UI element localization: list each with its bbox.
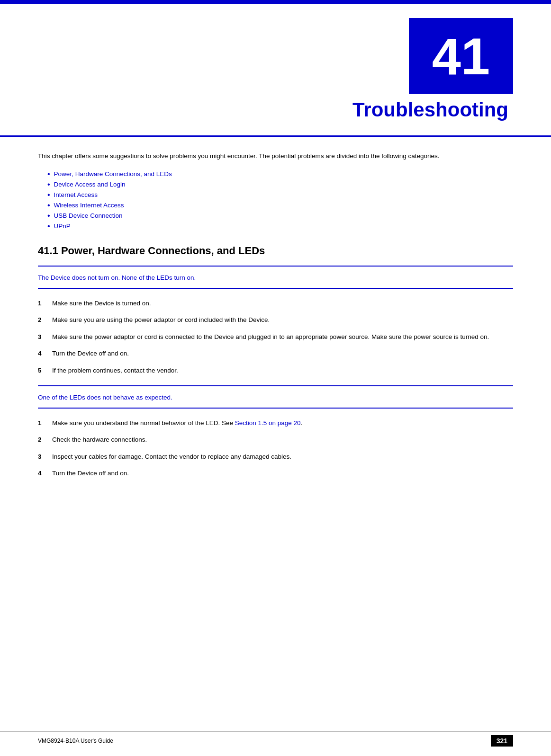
top-bar bbox=[0, 0, 551, 4]
callout-text-2: One of the LEDs does not behave as expec… bbox=[38, 391, 513, 403]
step-text: Check the hardware connections. bbox=[52, 435, 513, 445]
step-item: 5 If the problem continues, contact the … bbox=[38, 365, 513, 376]
step-number: 4 bbox=[38, 348, 52, 359]
step-item: 4 Turn the Device off and on. bbox=[38, 468, 513, 479]
step-number: 3 bbox=[38, 452, 52, 462]
step-text: Make sure the Device is turned on. bbox=[52, 298, 513, 309]
step-text: Make sure you understand the normal beha… bbox=[52, 418, 513, 428]
step-item: 1 Make sure the Device is turned on. bbox=[38, 298, 513, 309]
main-content: This chapter offers some suggestions to … bbox=[0, 137, 551, 514]
step-text: Make sure you are using the power adapto… bbox=[52, 315, 513, 325]
intro-paragraph: This chapter offers some suggestions to … bbox=[38, 151, 513, 161]
bullet-link-power[interactable]: Power, Hardware Connections, and LEDs bbox=[54, 170, 172, 178]
footer-page-number: 321 bbox=[491, 735, 513, 747]
steps-list-2: 1 Make sure you understand the normal be… bbox=[38, 418, 513, 479]
step-item: 4 Turn the Device off and on. bbox=[38, 348, 513, 359]
footer-left-text: VMG8924-B10A User's Guide bbox=[38, 738, 113, 744]
step-text: Make sure the power adaptor or cord is c… bbox=[52, 332, 513, 342]
step-number: 1 bbox=[38, 298, 52, 309]
chapter-title: Troubleshooting bbox=[352, 98, 513, 131]
step-number: 5 bbox=[38, 365, 52, 376]
bullet-link-upnp[interactable]: UPnP bbox=[54, 222, 71, 230]
steps-list-1: 1 Make sure the Device is turned on. 2 M… bbox=[38, 298, 513, 376]
bullet-link-device[interactable]: Device Access and Login bbox=[54, 181, 126, 188]
list-item: USB Device Connection bbox=[47, 212, 513, 220]
step-item: 2 Make sure you are using the power adap… bbox=[38, 315, 513, 325]
list-item: Device Access and Login bbox=[47, 180, 513, 189]
section-link[interactable]: Section 1.5 on page 20 bbox=[235, 419, 301, 427]
bullet-link-usb[interactable]: USB Device Connection bbox=[54, 212, 123, 219]
step-item: 2 Check the hardware connections. bbox=[38, 435, 513, 445]
callout-text-1: The Device does not turn on. None of the… bbox=[38, 271, 513, 283]
page: 41 Troubleshooting This chapter offers s… bbox=[0, 0, 551, 756]
step-number: 1 bbox=[38, 418, 52, 428]
list-item: Power, Hardware Connections, and LEDs bbox=[47, 170, 513, 178]
step-text: Inspect your cables for damage. Contact … bbox=[52, 452, 513, 462]
callout-box-1: The Device does not turn on. None of the… bbox=[38, 266, 513, 289]
callout-box-2: One of the LEDs does not behave as expec… bbox=[38, 385, 513, 409]
step-text: Turn the Device off and on. bbox=[52, 468, 513, 479]
list-item: UPnP bbox=[47, 222, 513, 231]
list-item: Wireless Internet Access bbox=[47, 201, 513, 210]
step-number: 2 bbox=[38, 315, 52, 325]
chapter-number: 41 bbox=[432, 26, 490, 86]
bullet-link-internet[interactable]: Internet Access bbox=[54, 191, 98, 198]
chapter-number-box: 41 bbox=[409, 18, 513, 94]
step-item: 3 Make sure the power adaptor or cord is… bbox=[38, 332, 513, 342]
step-text: If the problem continues, contact the ve… bbox=[52, 365, 513, 376]
step-number: 3 bbox=[38, 332, 52, 342]
bullet-list: Power, Hardware Connections, and LEDs De… bbox=[47, 170, 513, 231]
section-41-1-heading: 41.1 Power, Hardware Connections, and LE… bbox=[38, 245, 513, 257]
chapter-header: 41 Troubleshooting bbox=[0, 4, 551, 137]
step-item: 1 Make sure you understand the normal be… bbox=[38, 418, 513, 428]
step-number: 4 bbox=[38, 468, 52, 479]
list-item: Internet Access bbox=[47, 191, 513, 199]
bullet-link-wireless[interactable]: Wireless Internet Access bbox=[54, 202, 124, 209]
step-item: 3 Inspect your cables for damage. Contac… bbox=[38, 452, 513, 462]
footer: VMG8924-B10A User's Guide 321 bbox=[0, 731, 551, 747]
step-number: 2 bbox=[38, 435, 52, 445]
step-text: Turn the Device off and on. bbox=[52, 348, 513, 359]
